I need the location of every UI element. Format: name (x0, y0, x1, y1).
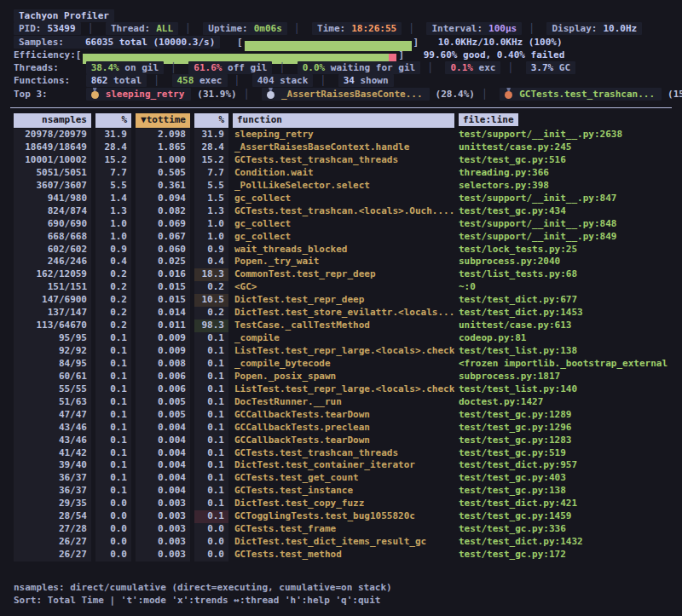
threads-item-value: 0.0% (303, 62, 326, 73)
cumulative-pct-cell: 0.1 (194, 459, 228, 472)
table-row[interactable]: 51/63 0.1 0.005 0.1 DocTestRunner.__run … (14, 396, 668, 409)
table-row[interactable]: 151/151 0.2 0.015 0.2 <GC> ~:0 (14, 281, 668, 294)
tottime-cell: 0.015 (136, 294, 190, 307)
table-row[interactable]: 941/980 1.4 0.094 1.5 gc_collect test/su… (14, 193, 668, 205)
file-line-cell: test/support/__init__.py:849 (459, 231, 668, 244)
threads-item-text: waiting for gil (325, 62, 415, 73)
functions-item: 862 total│ (86, 75, 166, 86)
bar-open-bracket: [ (237, 37, 243, 48)
table-row[interactable]: 690/690 1.0 0.069 1.0 gc_collect test/su… (14, 218, 668, 231)
cumulative-pct-cell: 31.9 (194, 129, 228, 141)
table-row[interactable]: 84/95 0.1 0.008 0.1 _compile_bytecode <f… (14, 358, 668, 371)
file-line-cell: test/test_dict.py:957 (459, 459, 668, 472)
table-row[interactable]: 668/668 1.0 0.067 1.0 gc_collect test/su… (14, 231, 668, 244)
nsamples-cell: 36/37 (14, 472, 91, 485)
function-name-cell: Popen._posix_spawn (233, 371, 454, 383)
file-line-cell: test/test_gc.py:1296 (459, 422, 668, 435)
status-item-label: Interval: (431, 23, 483, 34)
table-row[interactable]: 95/95 0.1 0.009 0.1 _compile codeop.py:8… (14, 332, 668, 345)
table-row[interactable]: 5051/5051 7.7 0.505 7.7 Condition.wait t… (14, 167, 668, 180)
table-row[interactable]: 602/602 0.9 0.060 0.9 wait_threads_block… (14, 244, 668, 256)
tottime-cell: 0.069 (136, 218, 190, 231)
table-row[interactable]: 26/27 0.0 0.003 0.0 DictTest.test_dict_i… (14, 536, 668, 549)
function-name-cell: wait_threads_blocked (233, 244, 454, 256)
table-row[interactable]: 162/12059 0.2 0.016 18.3 CommonTest.test… (14, 268, 668, 281)
table-row[interactable]: 36/37 0.1 0.004 0.1 GCTests.test_get_cou… (14, 472, 668, 485)
status-item-value: ALL (156, 23, 173, 34)
efficiency-label: Efficiency: (14, 49, 76, 60)
tottime-cell: 2.098 (136, 129, 190, 141)
table-row[interactable]: 29/35 0.0 0.003 0.1 DictTest.test_copy_f… (14, 498, 668, 510)
status-item-value: 100µs (488, 23, 517, 34)
tottime-cell: 0.004 (136, 459, 190, 472)
table-row[interactable]: 137/147 0.2 0.014 0.2 DictTest.test_stor… (14, 307, 668, 320)
file-line-cell: test/test_list.py:138 (459, 345, 668, 358)
cumulative-pct-cell: 0.1 (194, 396, 228, 409)
medal-icon (267, 88, 275, 99)
column-header-function[interactable]: function (233, 113, 454, 128)
top3-item: GCTests.test_trashcan...(15.2%) (500, 89, 682, 100)
separator-pipe: │ (294, 23, 300, 34)
table-row[interactable]: 47/47 0.1 0.005 0.1 GCCallbackTests.tear… (14, 409, 668, 422)
samples-label: Samples: (19, 36, 85, 49)
cumulative-pct-cell: 1.0 (194, 231, 228, 244)
nsamples-cell: 60/61 (14, 371, 91, 383)
table-row[interactable]: 147/6900 0.2 0.015 10.5 DictTest.test_re… (14, 294, 668, 307)
title-row: Tachyon Profiler (14, 9, 668, 22)
threads-item-value: 38.4% (91, 62, 119, 73)
function-name-cell: DictTest.test_copy_fuzz (233, 498, 454, 510)
table-row[interactable]: 92/92 0.1 0.009 0.1 ListTest.test_repr_l… (14, 345, 668, 358)
tottime-cell: 1.865 (136, 141, 190, 154)
column-header-cum-pct[interactable]: % (194, 113, 228, 128)
table-row[interactable]: 27/28 0.0 0.003 0.0 GCTests.test_frame t… (14, 523, 668, 536)
table-row[interactable]: 39/40 0.1 0.004 0.1 DictTest.test_contai… (14, 459, 668, 472)
nsamples-cell: 95/95 (14, 332, 91, 345)
function-name-cell: DictTest.test_dict_items_result_gc (233, 536, 454, 549)
tottime-cell: 0.004 (136, 422, 190, 435)
threads-item: 3.7% GC (526, 62, 589, 73)
column-header-nsamples[interactable]: nsamples (14, 113, 91, 128)
nsamples-cell: 113/64670 (14, 320, 91, 332)
file-line-cell: unittest/case.py:613 (459, 320, 668, 332)
tottime-cell: 0.003 (136, 498, 190, 510)
direct-pct-cell: 0.1 (95, 345, 131, 358)
column-header-file-line[interactable]: file:line (459, 113, 518, 126)
table-row[interactable]: 43/46 0.1 0.004 0.1 GCCallbackTests.prec… (14, 422, 668, 435)
table-row[interactable]: 3607/3607 5.5 0.361 5.5 _PollLikeSelecto… (14, 180, 668, 193)
tottime-cell: 0.060 (136, 244, 190, 256)
file-line-cell: test/test_list.py:140 (459, 383, 668, 396)
table-row[interactable]: 60/61 0.1 0.006 0.1 Popen._posix_spawn s… (14, 371, 668, 383)
table-row[interactable]: 113/64670 0.2 0.011 98.3 TestCase._callT… (14, 320, 668, 332)
table-row[interactable]: 28/54 0.0 0.003 0.1 GCTogglingTests.test… (14, 510, 668, 523)
table-row[interactable]: 26/27 0.0 0.003 0.0 GCTests.test_method … (14, 549, 668, 561)
functions-item: 458 exec│ (172, 75, 247, 86)
nsamples-cell: 26/27 (14, 536, 91, 549)
table-row[interactable]: 36/37 0.1 0.004 0.1 GCTests.test_instanc… (14, 485, 668, 498)
separator-pipe: │ (234, 75, 240, 86)
cumulative-pct-cell: 0.4 (194, 256, 228, 268)
direct-pct-cell: 0.2 (95, 294, 131, 307)
table-row[interactable]: 18649/18649 28.4 1.865 28.4 _AssertRaise… (14, 141, 668, 154)
tottime-cell: 0.004 (136, 485, 190, 498)
table-row[interactable]: 41/42 0.1 0.004 0.1 GCTests.test_trashca… (14, 447, 668, 460)
bar-open-bracket: [ (76, 49, 82, 60)
column-header-tottime-sorted[interactable]: ▼tottime (136, 113, 190, 128)
top3-function-name: GCTests.test_trashcan... (519, 89, 655, 100)
table-row[interactable]: 43/46 0.1 0.004 0.1 GCCallbackTests.tear… (14, 435, 668, 447)
direct-pct-cell: 0.1 (95, 396, 131, 409)
cumulative-pct-cell: 0.1 (194, 447, 228, 460)
table-row[interactable]: 55/55 0.1 0.006 0.1 ListTest.test_repr_l… (14, 383, 668, 396)
status-item-value: 0m06s (254, 23, 282, 34)
table-row[interactable]: 20978/20979 31.9 2.098 31.9 sleeping_ret… (14, 129, 668, 141)
nsamples-cell: 43/46 (14, 435, 91, 447)
column-header-pct[interactable]: % (95, 113, 131, 128)
table-row[interactable]: 246/246 0.4 0.025 0.4 Popen._try_wait su… (14, 256, 668, 268)
table-row[interactable]: 10001/10002 15.2 1.000 15.2 GCTests.test… (14, 154, 668, 167)
tottime-cell: 0.009 (136, 332, 190, 345)
status-item: Uptime:0m06s│ (203, 23, 306, 34)
function-name-cell: ListTest.test_repr_large.<locals>.check (233, 383, 454, 396)
tottime-cell: 0.008 (136, 358, 190, 371)
functions-item-text: exec (194, 75, 222, 86)
tottime-cell: 0.005 (136, 409, 190, 422)
table-row[interactable]: 824/874 1.3 0.082 1.3 GCTests.test_trash… (14, 205, 668, 218)
